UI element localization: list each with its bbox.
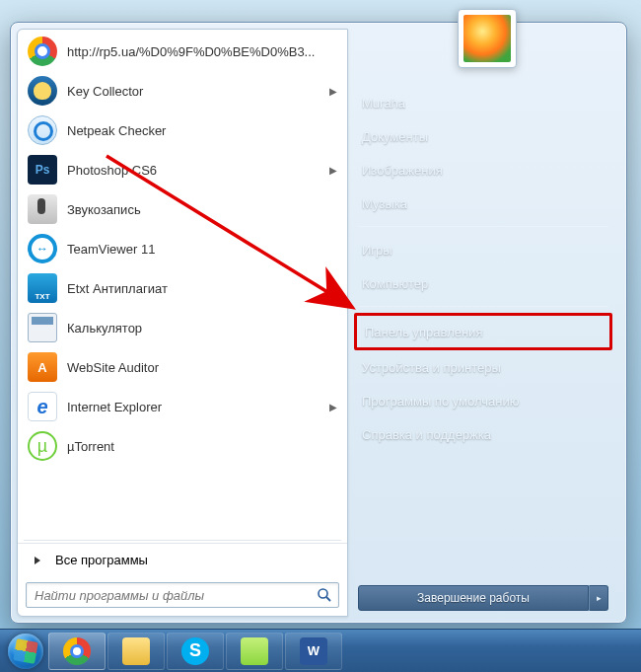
program-label: Key Collector <box>67 84 323 99</box>
keycollector-icon <box>28 76 57 106</box>
chrome-icon <box>28 37 57 66</box>
all-programs-label: Все программы <box>55 553 148 567</box>
right-item-pictures[interactable]: Изображения <box>348 153 618 187</box>
program-label: µTorrent <box>67 439 337 454</box>
chevron-right-icon: ▶ <box>329 86 337 97</box>
right-menu-list: Muraha Документы Изображения Музыка Игры… <box>348 86 618 451</box>
teamviewer-icon <box>28 234 57 263</box>
user-avatar-flower-icon <box>463 15 511 62</box>
chevron-right-icon: ▶ <box>329 165 337 176</box>
internet-explorer-icon <box>28 392 57 421</box>
program-label: Звукозапись <box>67 202 337 217</box>
taskbar-file-explorer[interactable] <box>107 633 165 670</box>
program-item[interactable]: Key Collector▶ <box>18 71 347 111</box>
windows-logo-icon <box>8 634 43 669</box>
right-item-documents[interactable]: Документы <box>348 119 618 153</box>
netpeak-icon <box>28 115 57 145</box>
divider <box>24 540 341 541</box>
arrow-right-icon <box>30 553 45 568</box>
skype-icon: S <box>181 637 209 665</box>
separator <box>358 226 608 227</box>
chevron-right-icon: ▸ <box>597 593 602 603</box>
search-row <box>18 576 347 616</box>
svg-line-1 <box>326 597 330 601</box>
right-item-games[interactable]: Игры <box>348 233 618 266</box>
taskbar-notepadpp[interactable] <box>226 633 283 670</box>
search-box[interactable] <box>26 582 339 608</box>
folder-icon <box>122 637 150 665</box>
calculator-icon <box>28 313 57 342</box>
taskbar-skype[interactable]: S <box>167 633 224 670</box>
website-auditor-icon: A <box>28 352 57 382</box>
all-programs-button[interactable]: Все программы <box>18 543 347 576</box>
program-item[interactable]: http://rp5.ua/%D0%9F%D0%BE%D0%B3... <box>18 32 347 71</box>
program-label: Photoshop CS6 <box>67 163 323 178</box>
start-menu-right-pane: Muraha Документы Изображения Музыка Игры… <box>348 23 626 623</box>
program-item[interactable]: TXTEtxt Антиплагиат <box>18 268 347 308</box>
utorrent-icon: µ <box>28 431 57 461</box>
right-item-help-support[interactable]: Справка и поддержка <box>348 417 618 451</box>
etxt-icon: TXT <box>28 273 57 303</box>
program-item[interactable]: µµTorrent <box>18 426 347 466</box>
right-item-devices-printers[interactable]: Устройства и принтеры <box>348 350 618 384</box>
shutdown-row: Завершение работы ▸ <box>348 579 618 617</box>
user-picture-frame[interactable] <box>458 9 517 68</box>
program-item[interactable]: AWebSite Auditor <box>18 347 347 387</box>
photoshop-icon: Ps <box>28 155 57 185</box>
shutdown-button[interactable]: Завершение работы <box>358 585 589 611</box>
right-item-user[interactable]: Muraha <box>348 86 618 119</box>
program-label: Etxt Антиплагиат <box>67 281 337 296</box>
taskbar-word[interactable]: W <box>285 633 342 670</box>
search-icon[interactable] <box>311 583 338 607</box>
svg-point-0 <box>319 589 327 598</box>
program-item[interactable]: Netpeak Checker <box>18 111 347 150</box>
program-label: http://rp5.ua/%D0%9F%D0%BE%D0%B3... <box>67 44 337 59</box>
chevron-right-icon: ▶ <box>329 402 337 412</box>
program-label: Netpeak Checker <box>67 123 337 138</box>
chrome-icon <box>63 637 91 665</box>
program-label: WebSite Auditor <box>67 360 337 375</box>
start-button[interactable] <box>4 630 47 673</box>
shutdown-options-button[interactable]: ▸ <box>589 585 608 611</box>
taskbar: S W <box>0 629 641 672</box>
separator <box>358 306 608 307</box>
program-item[interactable]: Калькулятор <box>18 308 347 347</box>
word-icon: W <box>300 637 327 665</box>
start-menu-left-pane: http://rp5.ua/%D0%9F%D0%BE%D0%B3...Key C… <box>17 29 348 617</box>
right-item-default-programs[interactable]: Программы по умолчанию <box>348 384 618 417</box>
right-item-control-panel[interactable]: Панель управления <box>354 313 612 350</box>
program-label: Internet Explorer <box>67 400 323 414</box>
notepadpp-icon <box>241 637 268 665</box>
right-item-music[interactable]: Музыка <box>348 187 618 220</box>
microphone-icon <box>28 194 57 224</box>
search-input[interactable] <box>27 588 311 603</box>
program-item[interactable]: PsPhotoshop CS6▶ <box>18 150 347 189</box>
start-menu: http://rp5.ua/%D0%9F%D0%BE%D0%B3...Key C… <box>10 22 627 624</box>
program-label: TeamViewer 11 <box>67 242 337 257</box>
program-item[interactable]: TeamViewer 11 <box>18 229 347 268</box>
program-label: Калькулятор <box>67 321 337 336</box>
program-item[interactable]: Звукозапись <box>18 189 347 229</box>
recent-programs-list: http://rp5.ua/%D0%9F%D0%BE%D0%B3...Key C… <box>18 30 347 538</box>
right-item-computer[interactable]: Компьютер <box>348 266 618 300</box>
program-item[interactable]: Internet Explorer▶ <box>18 387 347 426</box>
taskbar-chrome[interactable] <box>48 633 106 670</box>
